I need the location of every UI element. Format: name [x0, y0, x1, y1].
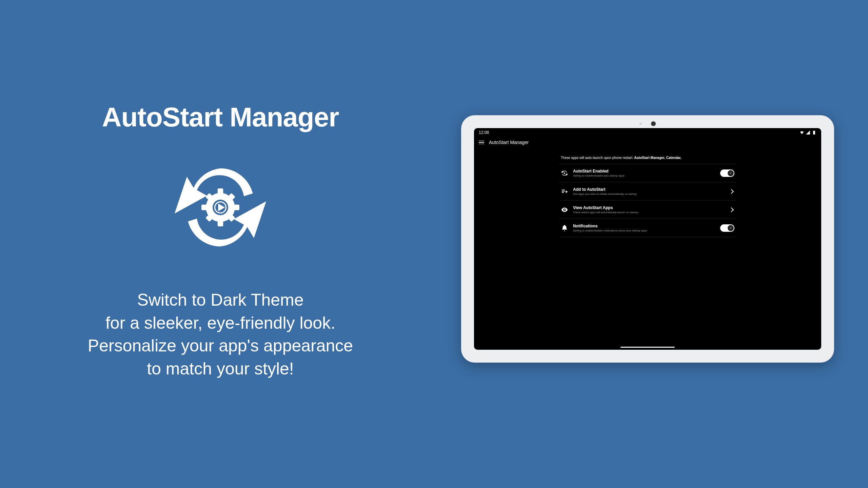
- row-add-autostart[interactable]: Add to AutoStart Add apps you wish to in…: [559, 182, 736, 201]
- settings-list: These apps will auto-launch upon phone r…: [559, 148, 736, 237]
- svg-rect-4: [233, 205, 239, 210]
- row-title: View AutoStart Apps: [573, 205, 725, 210]
- menu-icon[interactable]: [479, 141, 484, 144]
- row-subtitle: These added apps will automatically laun…: [573, 211, 725, 214]
- app-bar-title: AutoStart Manager: [489, 140, 529, 145]
- toggle-on[interactable]: [720, 224, 734, 232]
- wifi-icon: [800, 130, 804, 135]
- svg-rect-1: [218, 188, 223, 195]
- signal-icon: [806, 130, 810, 135]
- bell-icon: [561, 224, 568, 232]
- row-subtitle: Setting to enable/disable notifications …: [573, 229, 715, 232]
- tablet-frame: 12:08 AutoStart Manager These apps will …: [461, 115, 834, 363]
- battery-icon: [812, 130, 816, 135]
- status-icons: [800, 130, 816, 135]
- tablet-camera: [639, 121, 656, 126]
- chevron-right-icon: [729, 207, 734, 212]
- row-autostart-enabled[interactable]: AutoStart Enabled Setting to enable/disa…: [559, 164, 736, 182]
- row-subtitle: Add apps you wish to initiate automatica…: [573, 192, 725, 196]
- toggle-on[interactable]: [720, 169, 734, 177]
- status-time: 12:08: [479, 130, 489, 135]
- app-bar: AutoStart Manager: [474, 136, 821, 148]
- device-screen: 12:08 AutoStart Manager These apps will …: [474, 128, 821, 350]
- row-subtitle: Setting to enable/disable auto startup a…: [573, 174, 715, 177]
- description-text: Switch to Dark Theme for a sleeker, eye-…: [68, 289, 373, 380]
- row-notifications[interactable]: Notifications Setting to enable/disable …: [559, 219, 736, 237]
- list-plus-icon: [561, 188, 568, 195]
- status-bar: 12:08: [474, 128, 821, 136]
- hint-text: These apps will auto-launch upon phone r…: [559, 152, 736, 164]
- home-indicator[interactable]: [620, 347, 675, 348]
- chevron-right-icon: [729, 189, 734, 194]
- app-logo-icon: [163, 160, 278, 255]
- row-title: Notifications: [573, 224, 715, 228]
- marketing-panel: AutoStart Manager: [68, 102, 373, 380]
- sync-icon: [561, 169, 568, 177]
- row-view-apps[interactable]: View AutoStart Apps These added apps wil…: [559, 201, 736, 219]
- row-title: Add to AutoStart: [573, 187, 725, 192]
- app-title: AutoStart Manager: [68, 102, 373, 133]
- svg-rect-2: [218, 220, 223, 226]
- eye-icon: [561, 206, 568, 214]
- svg-rect-3: [201, 205, 208, 210]
- row-title: AutoStart Enabled: [573, 169, 715, 174]
